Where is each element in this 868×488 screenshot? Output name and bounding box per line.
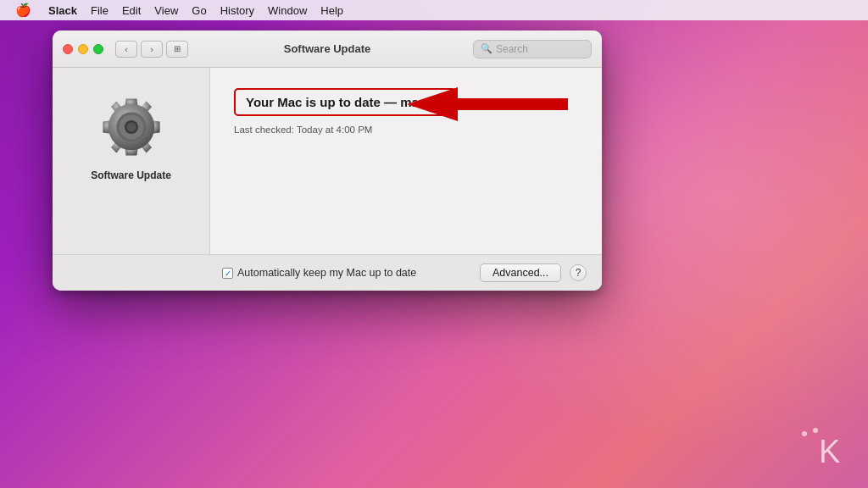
bottom-bar: ✓ Automatically keep my Mac up to date A…	[53, 254, 602, 291]
svg-point-7	[813, 428, 818, 433]
minimize-button[interactable]	[78, 44, 88, 54]
sidebar-label: Software Update	[91, 169, 171, 181]
forward-button[interactable]: ›	[141, 41, 163, 58]
svg-marker-5	[407, 87, 568, 121]
arrow-annotation	[407, 83, 576, 125]
desktop: 🍎 Slack File Edit View Go History Window…	[0, 0, 868, 488]
search-icon: 🔍	[481, 43, 492, 54]
kinsta-watermark: K	[800, 424, 851, 471]
grid-view-button[interactable]: ⊞	[166, 41, 188, 58]
apple-logo-icon: 🍎	[15, 3, 31, 18]
apple-menu[interactable]: 🍎	[8, 0, 42, 20]
close-button[interactable]	[63, 44, 73, 54]
gear-icon	[97, 93, 165, 161]
titlebar: ‹ › ⊞ Software Update 🔍 Search	[53, 30, 602, 68]
advanced-button[interactable]: Advanced...	[480, 263, 561, 282]
menubar-go[interactable]: Go	[185, 0, 213, 20]
menubar-help[interactable]: Help	[314, 0, 350, 20]
menubar: 🍎 Slack File Edit View Go History Window…	[0, 0, 868, 20]
search-placeholder: Search	[496, 43, 528, 55]
auto-update-text: Automatically keep my Mac up to date	[237, 267, 416, 279]
window-title: Software Update	[284, 42, 371, 55]
maximize-button[interactable]	[93, 44, 103, 54]
search-bar[interactable]: 🔍 Search	[473, 40, 592, 58]
auto-update-label[interactable]: ✓ Automatically keep my Mac up to date	[222, 267, 416, 279]
help-button[interactable]: ?	[570, 264, 587, 281]
menubar-history[interactable]: History	[214, 0, 261, 20]
menubar-app-name[interactable]: Slack	[42, 0, 84, 20]
menubar-edit[interactable]: Edit	[115, 0, 147, 20]
svg-point-6	[802, 431, 807, 436]
svg-text:K: K	[819, 434, 840, 466]
last-checked-text: Last checked: Today at 4:00 PM	[234, 125, 578, 135]
software-update-window: ‹ › ⊞ Software Update 🔍 Search	[53, 30, 602, 291]
svg-point-4	[126, 122, 136, 131]
back-button[interactable]: ‹	[115, 41, 137, 58]
menubar-file[interactable]: File	[84, 0, 115, 20]
menubar-view[interactable]: View	[147, 0, 185, 20]
auto-update-checkbox[interactable]: ✓	[222, 268, 233, 279]
menubar-window[interactable]: Window	[261, 0, 314, 20]
nav-buttons: ‹ ›	[115, 41, 163, 58]
traffic-lights	[63, 44, 103, 54]
sidebar: Software Update	[53, 68, 210, 254]
